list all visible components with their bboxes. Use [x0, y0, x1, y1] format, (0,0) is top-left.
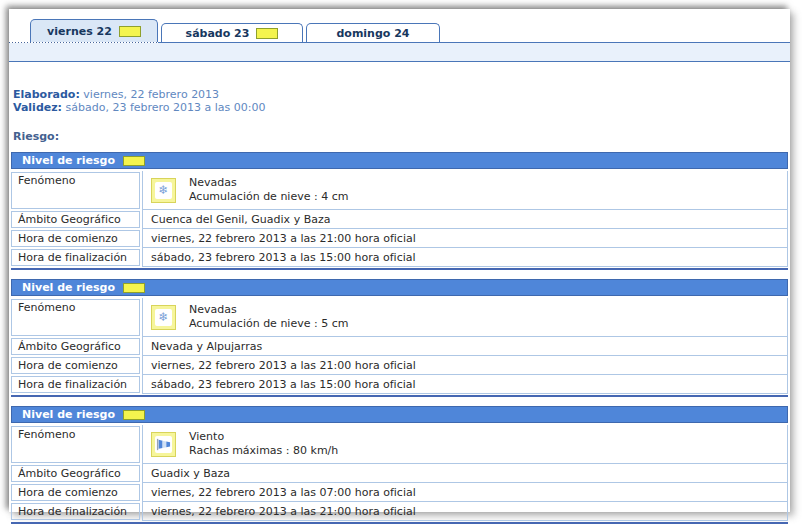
table-row: Hora de finalización sábado, 23 febrero … — [11, 375, 788, 394]
tab-sabado-23[interactable]: sábado 23 — [161, 23, 303, 42]
area-cell: Nevada y Alpujarras — [142, 337, 788, 356]
riesgo-heading: Riesgo: — [13, 130, 788, 143]
phenomenon-cell: ❄ Nevadas Acumulación de nieve : 4 cm — [142, 171, 788, 210]
validez-value: sábado, 23 febrero 2013 a las 00:00 — [66, 101, 266, 114]
active-tab-dotted-line — [9, 42, 158, 43]
elaborado-line: Elaborado: viernes, 22 febrero 2013 — [13, 88, 788, 101]
table-row: Fenómeno Viento Rachas máximas : 80 km/h — [11, 425, 788, 464]
tab-domingo-24[interactable]: domingo 24 — [306, 23, 440, 42]
risk-table: Nivel de riesgo Fenómeno ❄ Nevadas Acumu… — [11, 152, 788, 270]
area-cell: Guadix y Baza — [142, 464, 788, 483]
phenomenon-cell: Viento Rachas máximas : 80 km/h — [142, 425, 788, 464]
row-label-fenomeno: Fenómeno — [11, 172, 140, 209]
start-time-cell: viernes, 22 febrero 2013 a las 21:00 hor… — [142, 229, 788, 248]
risk-level-header: Nivel de riesgo — [11, 152, 788, 169]
table-row: Ámbito Geográfico Nevada y Alpujarras — [11, 337, 788, 356]
snowflake-icon: ❄ — [151, 178, 176, 203]
risk-level-label: Nivel de riesgo — [22, 154, 115, 167]
tab-label: sábado 23 — [186, 27, 250, 40]
table-row: Hora de finalización sábado, 23 febrero … — [11, 248, 788, 267]
area-cell: Cuenca del Genil, Guadix y Baza — [142, 210, 788, 229]
forecast-warning-page: viernes 22 sábado 23 domingo 24 Elaborad… — [9, 9, 790, 512]
risk-table: Nivel de riesgo Fenómeno ❄ Nevadas Acumu… — [11, 279, 788, 397]
row-label-ambito: Ámbito Geográfico — [11, 211, 140, 228]
day-tabs: viernes 22 sábado 23 domingo 24 — [9, 9, 790, 42]
end-time-cell: sábado, 23 febrero 2013 a las 15:00 hora… — [142, 248, 788, 267]
validez-label: Validez: — [13, 101, 62, 114]
table-row: Hora de comienzo viernes, 22 febrero 201… — [11, 356, 788, 375]
phenomenon-name: Nevadas — [189, 303, 237, 316]
yellow-warning-chip-icon — [123, 156, 145, 166]
tab-label: domingo 24 — [336, 27, 409, 40]
table-row: Ámbito Geográfico Guadix y Baza — [11, 464, 788, 483]
row-label-ambito: Ámbito Geográfico — [11, 465, 140, 482]
end-time-cell: sábado, 23 febrero 2013 a las 15:00 hora… — [142, 375, 788, 394]
row-label-finalizacion: Hora de finalización — [11, 249, 140, 266]
main-content: Elaborado: viernes, 22 febrero 2013 Vali… — [9, 88, 790, 524]
risk-level-label: Nivel de riesgo — [22, 281, 115, 294]
risk-level-label: Nivel de riesgo — [22, 408, 115, 421]
risk-level-header: Nivel de riesgo — [11, 279, 788, 296]
phenomenon-detail: Acumulación de nieve : 5 cm — [189, 317, 348, 330]
yellow-warning-chip-icon — [256, 28, 278, 39]
phenomenon-detail: Acumulación de nieve : 4 cm — [189, 190, 348, 203]
tab-viernes-22[interactable]: viernes 22 — [30, 19, 158, 42]
windsock-icon — [151, 432, 176, 457]
table-row: Ámbito Geográfico Cuenca del Genil, Guad… — [11, 210, 788, 229]
table-row: Hora de comienzo viernes, 22 febrero 201… — [11, 483, 788, 502]
phenomenon-cell: ❄ Nevadas Acumulación de nieve : 5 cm — [142, 298, 788, 337]
table-row: Hora de finalización viernes, 22 febrero… — [11, 502, 788, 521]
elaborado-label: Elaborado: — [13, 88, 80, 101]
risk-level-header: Nivel de riesgo — [11, 406, 788, 423]
start-time-cell: viernes, 22 febrero 2013 a las 07:00 hor… — [142, 483, 788, 502]
phenomenon-name: Nevadas — [189, 176, 237, 189]
table-row: Hora de comienzo viernes, 22 febrero 201… — [11, 229, 788, 248]
table-separator — [11, 395, 788, 397]
row-label-comienzo: Hora de comienzo — [11, 230, 140, 247]
yellow-warning-chip-icon — [119, 26, 141, 37]
table-row: Fenómeno ❄ Nevadas Acumulación de nieve … — [11, 171, 788, 210]
phenomenon-detail: Rachas máximas : 80 km/h — [189, 444, 338, 457]
row-label-fenomeno: Fenómeno — [11, 426, 140, 463]
risk-table: Nivel de riesgo Fenómeno Vien — [11, 406, 788, 524]
elaborado-value: viernes, 22 febrero 2013 — [83, 88, 219, 101]
row-label-finalizacion: Hora de finalización — [11, 376, 140, 393]
row-label-ambito: Ámbito Geográfico — [11, 338, 140, 355]
yellow-warning-chip-icon — [123, 410, 145, 420]
tab-label: viernes 22 — [47, 25, 112, 38]
row-label-comienzo: Hora de comienzo — [11, 357, 140, 374]
row-label-comienzo: Hora de comienzo — [11, 484, 140, 501]
table-separator — [11, 522, 788, 524]
start-time-cell: viernes, 22 febrero 2013 a las 21:00 hor… — [142, 356, 788, 375]
table-separator — [11, 268, 788, 270]
phenomenon-name: Viento — [189, 430, 224, 443]
snowflake-icon: ❄ — [151, 305, 176, 330]
end-time-cell: viernes, 22 febrero 2013 a las 21:00 hor… — [142, 502, 788, 521]
tab-underline-band — [9, 42, 790, 62]
row-label-finalizacion: Hora de finalización — [11, 503, 140, 520]
validez-line: Validez: sábado, 23 febrero 2013 a las 0… — [13, 101, 788, 114]
yellow-warning-chip-icon — [123, 283, 145, 293]
table-row: Fenómeno ❄ Nevadas Acumulación de nieve … — [11, 298, 788, 337]
row-label-fenomeno: Fenómeno — [11, 299, 140, 336]
issue-info: Elaborado: viernes, 22 febrero 2013 Vali… — [13, 88, 788, 114]
